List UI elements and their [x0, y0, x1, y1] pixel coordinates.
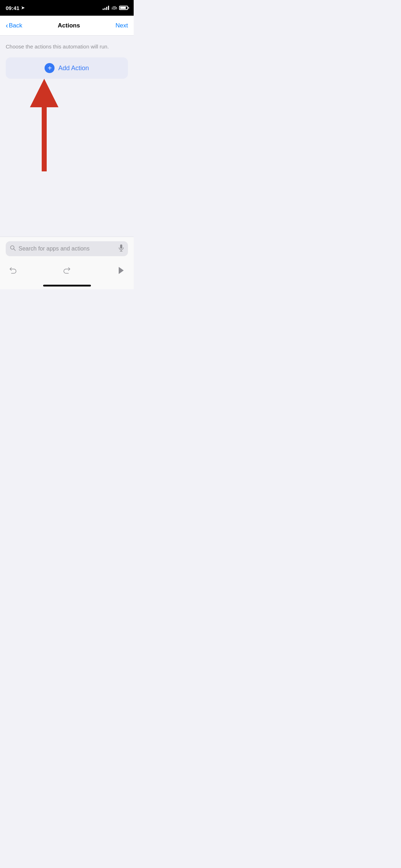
microphone-icon[interactable] — [119, 244, 124, 253]
description-text: Choose the actions this automation will … — [6, 43, 128, 50]
svg-marker-7 — [119, 267, 124, 274]
next-button[interactable]: Next — [115, 22, 128, 29]
battery-icon — [119, 6, 128, 10]
bottom-panel: Search for apps and actions — [0, 237, 134, 289]
page-title: Actions — [58, 22, 80, 29]
add-action-label: Add Action — [58, 64, 89, 72]
wifi-icon — [111, 5, 117, 11]
location-icon: ➤ — [21, 5, 25, 10]
chevron-left-icon: ‹ — [6, 21, 8, 30]
time-display: 09:41 — [6, 5, 19, 11]
search-icon — [10, 245, 16, 252]
add-action-plus-icon: + — [45, 63, 55, 73]
svg-marker-1 — [30, 79, 58, 107]
status-bar: 09:41 ➤ — [0, 0, 134, 16]
status-icons-area — [103, 5, 128, 11]
undo-button[interactable] — [6, 263, 20, 278]
status-time-area: 09:41 ➤ — [6, 5, 25, 11]
search-bar[interactable]: Search for apps and actions — [6, 241, 128, 256]
svg-rect-4 — [120, 244, 122, 249]
play-button[interactable] — [114, 263, 128, 278]
back-button[interactable]: ‹ Back — [6, 21, 22, 30]
svg-rect-0 — [42, 107, 47, 171]
arrow-annotation — [6, 79, 128, 179]
svg-line-3 — [14, 249, 16, 251]
redo-button[interactable] — [60, 263, 74, 278]
keyboard-toolbar — [6, 260, 128, 283]
search-placeholder: Search for apps and actions — [19, 246, 116, 252]
home-indicator — [43, 285, 91, 286]
back-label: Back — [9, 22, 22, 29]
arrow-svg — [30, 79, 58, 179]
signal-icon — [103, 6, 109, 10]
add-action-button[interactable]: + Add Action — [6, 57, 128, 79]
main-content: Choose the actions this automation will … — [0, 36, 134, 179]
navigation-bar: ‹ Back Actions Next — [0, 16, 134, 36]
